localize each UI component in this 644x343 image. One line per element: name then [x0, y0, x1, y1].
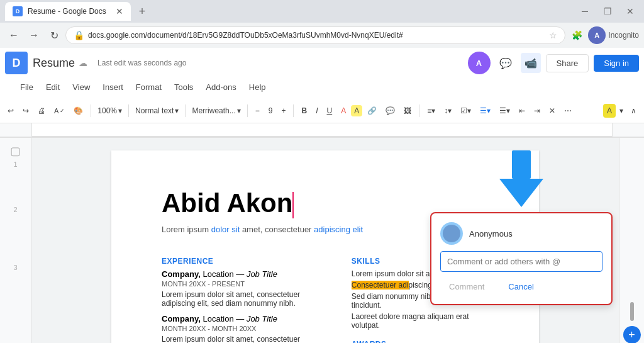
share-button[interactable]: Share — [546, 54, 589, 72]
menu-edit[interactable]: Edit — [41, 80, 65, 94]
indent-decrease-button[interactable]: ⇤ — [515, 104, 529, 118]
menu-tools[interactable]: Tools — [169, 80, 198, 94]
page-number-2: 2 — [13, 206, 17, 213]
doc-area: Abid Akon Lorem ipsum dolor sit amet, co… — [31, 138, 619, 343]
bold-button[interactable]: B — [297, 104, 311, 118]
font-select[interactable]: Merriweath...▾ — [189, 105, 243, 116]
text-cursor — [292, 192, 294, 218]
editing-mode-button[interactable]: ▾ — [616, 104, 627, 118]
font-size-increase-button[interactable]: + — [277, 104, 289, 118]
checklist-button[interactable]: ☑▾ — [457, 104, 475, 118]
left-column: EXPERIENCE Company, Location — Job Title… — [162, 247, 326, 343]
section-toggle-button[interactable]: ∧ — [627, 104, 640, 118]
comment-cancel-button[interactable]: Cancel — [499, 278, 542, 295]
chat-icon[interactable]: 💬 — [496, 53, 516, 73]
ruler — [0, 123, 644, 137]
comment-submit-button[interactable]: Comment — [440, 278, 493, 295]
exp-2-months: MONTH 20XX - MONTH 20XX — [162, 325, 326, 332]
bookmark-icon[interactable]: ☆ — [549, 30, 557, 40]
menu-format[interactable]: Format — [131, 80, 167, 94]
scrollbar-thumb[interactable] — [630, 302, 634, 321]
comment-box: Anonymous Comment Cancel — [430, 212, 613, 305]
paint-format-button[interactable]: 🎨 — [70, 104, 87, 118]
align-button[interactable]: ≡▾ — [423, 104, 439, 118]
undo-button[interactable]: ↩ — [4, 104, 18, 118]
image-button[interactable]: 🖼 — [400, 104, 415, 118]
sidebar-left: ▢ 1 2 3 — [0, 138, 31, 343]
menu-insert[interactable]: Insert — [97, 80, 128, 94]
docs-menu: File Edit View Insert Format Tools Add-o… — [8, 78, 279, 96]
lock-icon: 🔒 — [74, 30, 84, 40]
clear-format-button[interactable]: ✕ — [545, 104, 559, 118]
italic-button[interactable]: I — [312, 104, 321, 118]
docs-title-section: Resume ☁ — [33, 57, 87, 70]
separator-2 — [128, 104, 129, 117]
more-button[interactable]: ⋯ — [560, 104, 575, 118]
link-button[interactable]: 🔗 — [364, 104, 380, 118]
maximize-button[interactable]: ❐ — [599, 3, 616, 20]
last-edit-status: Last edit was seconds ago — [97, 59, 186, 67]
profile-avatar[interactable]: A — [588, 26, 606, 44]
menu-file[interactable]: File — [15, 80, 38, 94]
comment-user-row: Anonymous — [440, 222, 602, 245]
exp-1-company: Company, — [162, 269, 201, 279]
docs-title-bar: D Resume ☁ Last edit was seconds ago A 💬… — [0, 48, 644, 78]
comment-user-avatar — [440, 222, 463, 245]
exp-1-company-line: Company, Location — Job Title — [162, 269, 326, 279]
refresh-button[interactable]: ↻ — [45, 26, 63, 44]
document-title[interactable]: Resume — [33, 57, 75, 70]
docs-header: D Resume ☁ Last edit was seconds ago A 💬… — [0, 48, 644, 138]
text-color-button[interactable]: A — [337, 104, 350, 118]
exp-2-company-line: Company, Location — Job Title — [162, 314, 326, 323]
extensions-button[interactable]: 🧩 — [568, 26, 586, 44]
back-button[interactable]: ← — [5, 26, 23, 44]
bullet-list-button[interactable]: ☰▾ — [476, 104, 494, 118]
redo-button[interactable]: ↪ — [19, 104, 33, 118]
menu-addons[interactable]: Add-ons — [201, 80, 241, 94]
cloud-save-icon: ☁ — [79, 58, 87, 68]
numbered-list-button[interactable]: ☰▾ — [496, 104, 514, 118]
user-avatar[interactable]: A — [468, 52, 491, 74]
underline-button[interactable]: U — [323, 104, 336, 118]
comment-input[interactable] — [440, 251, 602, 272]
meet-icon[interactable]: 📹 — [521, 53, 541, 73]
indent-increase-button[interactable]: ⇥ — [530, 104, 544, 118]
new-tab-button[interactable]: + — [133, 3, 151, 20]
print-button[interactable]: 🖨 — [34, 104, 49, 118]
line-spacing-button[interactable]: ↕▾ — [440, 104, 455, 118]
font-size-decrease-button[interactable]: − — [252, 104, 264, 118]
page-navigator-icon[interactable]: ▢ — [10, 144, 21, 158]
link-text-2: adipiscing elit — [314, 225, 363, 234]
minimize-button[interactable]: ─ — [576, 3, 594, 20]
experience-item-2: Company, Location — Job Title MONTH 20XX… — [162, 314, 326, 343]
skills-highlighted: Consectetuer adi — [352, 281, 409, 290]
signin-button[interactable]: Sign in — [594, 55, 639, 72]
separator-6 — [419, 104, 419, 117]
font-size-input[interactable]: 9 — [265, 104, 277, 118]
spell-check-button[interactable]: A✓ — [50, 104, 69, 117]
document-heading: Abid Akon — [162, 188, 292, 218]
menu-view[interactable]: View — [67, 80, 95, 94]
tab-close-button[interactable]: ✕ — [116, 6, 123, 16]
exp-2-location: Location — — [203, 314, 247, 323]
comment-button[interactable]: 💬 — [382, 104, 399, 118]
zoom-select[interactable]: 100%▾ — [95, 105, 125, 116]
tab-title: Resume - Google Docs — [28, 7, 106, 16]
exp-1-job: Job Title — [247, 269, 277, 279]
add-button[interactable]: + — [623, 326, 641, 343]
experience-section-title: EXPERIENCE — [162, 257, 326, 266]
address-bar[interactable]: 🔒 docs.google.com/document/d/18Erv5G9Z8d… — [65, 26, 565, 44]
awards-section-title: AWARDS — [352, 340, 489, 343]
close-button[interactable]: ✕ — [621, 3, 639, 20]
active-tab[interactable]: D Resume - Google Docs ✕ — [5, 2, 131, 21]
highlight-button[interactable]: A — [351, 105, 362, 116]
color-picker-button[interactable]: A — [603, 104, 616, 118]
style-select[interactable]: Normal text▾ — [133, 105, 181, 116]
separator-4 — [247, 104, 248, 117]
exp-2-job: Job Title — [247, 314, 277, 323]
forward-button[interactable]: → — [25, 26, 43, 44]
separator-1 — [91, 104, 91, 117]
menu-help[interactable]: Help — [244, 80, 271, 94]
tab-favicon: D — [13, 6, 23, 16]
comment-actions: Comment Cancel — [440, 278, 602, 295]
